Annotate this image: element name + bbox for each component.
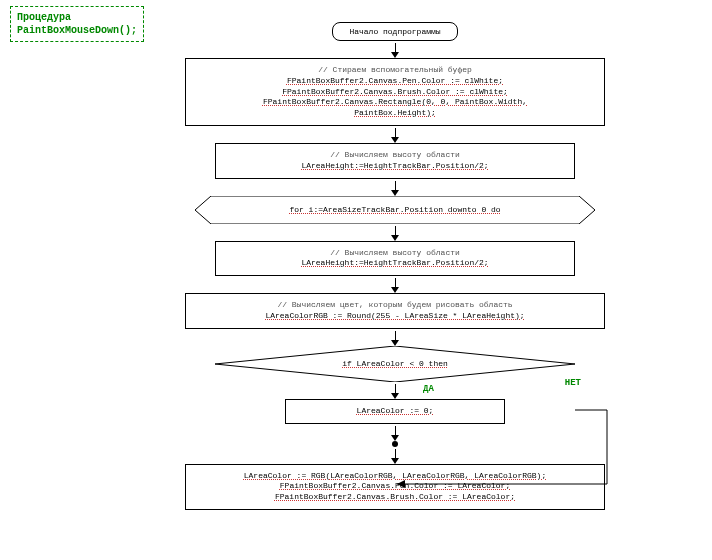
code-line: FPaintBoxBuffer2.Canvas.Brush.Color := L… — [275, 492, 515, 501]
arrow-icon — [391, 43, 399, 58]
process-clear-buffer: // Стираем вспомогательный буфер FPaintB… — [185, 58, 605, 126]
branch-yes-label: ДА — [423, 384, 434, 394]
procedure-label-line2: PaintBoxMouseDown(); — [17, 25, 137, 36]
comment: // Вычисляем цвет, которым будем рисоват… — [277, 300, 512, 309]
arrow-icon — [391, 331, 399, 346]
procedure-label: Процедура PaintBoxMouseDown(); — [10, 6, 144, 42]
arrow-icon — [391, 128, 399, 143]
comment: // Вычисляем высоту области — [330, 248, 460, 257]
arrow-icon — [391, 226, 399, 241]
loop-text: for i:=AreaSizeTrackBar.Position downto … — [289, 205, 500, 214]
process-calc-height-1: // Вычисляем высоту области LAreaHeight:… — [215, 143, 575, 179]
decision-text: if LAreaColor < 0 then — [342, 359, 448, 368]
flowchart: Начало подпрограммы // Стираем вспомогат… — [175, 22, 615, 510]
arrow-icon — [391, 181, 399, 196]
process-rgb: LAreaColor := RGB(LAreaColorRGB, LAreaCo… — [185, 464, 605, 510]
code-line: PaintBox.Height); — [354, 108, 436, 117]
code-line: FPaintBoxBuffer2.Canvas.Pen.Color := clW… — [287, 76, 503, 85]
process-calc-height-2: // Вычисляем высоту области LAreaHeight:… — [215, 241, 575, 277]
merge-node — [392, 441, 398, 447]
process-calc-color: // Вычисляем цвет, которым будем рисоват… — [185, 293, 605, 329]
comment: // Стираем вспомогательный буфер — [318, 65, 472, 74]
arrow-icon — [391, 278, 399, 293]
code-line: LAreaHeight:=HeightTrackBar.Position/2; — [301, 258, 488, 267]
branch-no-label: НЕТ — [565, 378, 581, 388]
start-text: Начало подпрограммы — [349, 27, 440, 36]
process-set-zero: LAreaColor := 0; — [285, 399, 505, 424]
comment: // Вычисляем высоту области — [330, 150, 460, 159]
code-line: LAreaHeight:=HeightTrackBar.Position/2; — [301, 161, 488, 170]
code-line: LAreaColor := RGB(LAreaColorRGB, LAreaCo… — [244, 471, 546, 480]
decision-if-color: if LAreaColor < 0 then НЕТ — [215, 346, 575, 382]
code-line: FPaintBoxBuffer2.Canvas.Rectangle(0, 0, … — [263, 97, 527, 106]
code-line: LAreaColorRGB := Round(255 - LAreaSize *… — [265, 311, 524, 320]
arrow-icon — [391, 449, 399, 464]
arrow-icon — [391, 384, 399, 399]
code-line: FPaintBoxBuffer2.Canvas.Brush.Color := c… — [282, 87, 508, 96]
terminator-start: Начало подпрограммы — [332, 22, 457, 41]
arrow-icon — [391, 426, 399, 441]
code-line: FPaintBoxBuffer2.Canvas.Pen.Color := LAr… — [280, 481, 510, 490]
procedure-label-line1: Процедура — [17, 12, 71, 23]
loop-header: for i:=AreaSizeTrackBar.Position downto … — [195, 196, 595, 224]
code-line: LAreaColor := 0; — [357, 406, 434, 415]
